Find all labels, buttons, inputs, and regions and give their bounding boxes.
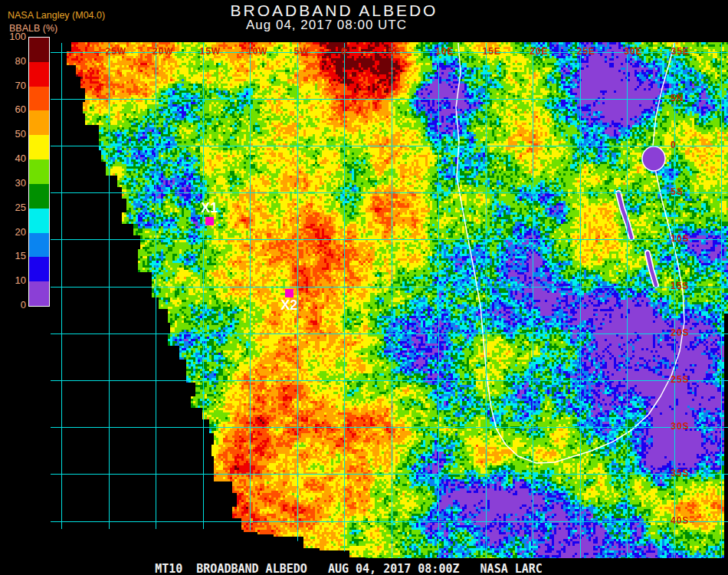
- colorbar-tick-label: 25: [0, 202, 26, 213]
- longitude-label: 35E: [671, 47, 690, 57]
- longitude-label: 30E: [624, 47, 642, 57]
- longitude-label: 15E: [483, 47, 501, 57]
- latitude-label: 25S: [671, 375, 689, 385]
- colorbar-tick-label: 30: [0, 178, 26, 189]
- colorbar-segment: [29, 135, 49, 159]
- agency-label: NASA Langley (M04.0): [8, 10, 105, 21]
- colorbar-tick-label: 0: [0, 300, 26, 310]
- albedo-product-screen: BROADBAND ALBEDO Aug 04, 2017 08:00 UTC …: [0, 0, 728, 575]
- longitude-label: 20E: [530, 47, 548, 57]
- colorbar-tick-label: 50: [0, 129, 26, 140]
- longitude-label: 5W: [294, 47, 310, 57]
- colorbar-tick-label: 40: [0, 153, 26, 164]
- latitude-label: 5N: [671, 94, 684, 104]
- marker-square-x1: [205, 217, 214, 225]
- marker-square-x2: [285, 289, 293, 297]
- latitude-label: 0: [671, 140, 677, 150]
- colorbar-tick-label: 80: [0, 56, 26, 67]
- longitude-label: 25W: [106, 47, 127, 57]
- colorbar-segment: [29, 110, 49, 135]
- longitude-label: 25E: [577, 47, 595, 57]
- marker-label-x2: X2: [280, 298, 297, 313]
- latitude-label: 30S: [671, 422, 689, 432]
- marker-label-x1: X1: [201, 201, 218, 215]
- colorbar-segment: [29, 233, 49, 258]
- colorbar-segment: [29, 257, 49, 281]
- albedo-colorbar: [28, 37, 50, 307]
- longitude-label: 15W: [200, 47, 221, 57]
- longitude-label: 0: [341, 47, 347, 57]
- latitude-label: 15S: [671, 281, 689, 291]
- colorbar-segment: [29, 87, 49, 111]
- colorbar-tick-label: 70: [0, 80, 26, 91]
- latitude-label: 20S: [671, 328, 689, 338]
- latitude-label: 5S: [671, 187, 684, 197]
- colorbar-segment: [29, 38, 49, 62]
- latitude-label: 35S: [671, 468, 689, 478]
- colorbar-tick-label: 60: [0, 104, 26, 115]
- latitude-label: 10S: [671, 234, 689, 244]
- colorbar-tick-label: 10: [0, 275, 26, 286]
- longitude-label: 10W: [247, 47, 268, 57]
- footer-caption: MT10 BROADBAND ALBEDO AUG 04, 2017 08:00…: [0, 562, 697, 575]
- colorbar-tick-label: 15: [0, 251, 26, 261]
- albedo-map: [51, 40, 728, 558]
- longitude-label: 10E: [435, 47, 454, 57]
- longitude-label: 5E: [389, 47, 402, 57]
- colorbar-segment: [29, 281, 49, 306]
- colorbar-segment: [29, 159, 49, 184]
- albedo-map-canvas: [51, 40, 728, 558]
- latitude-label: 40S: [671, 516, 689, 526]
- colorbar-segment: [29, 184, 49, 209]
- longitude-label: 20W: [152, 47, 174, 57]
- colorbar-tick-label: 20: [0, 227, 26, 238]
- colorbar-segment: [29, 62, 49, 87]
- colorbar-segment: [29, 209, 49, 233]
- colorbar-tick-label: 100: [0, 31, 26, 42]
